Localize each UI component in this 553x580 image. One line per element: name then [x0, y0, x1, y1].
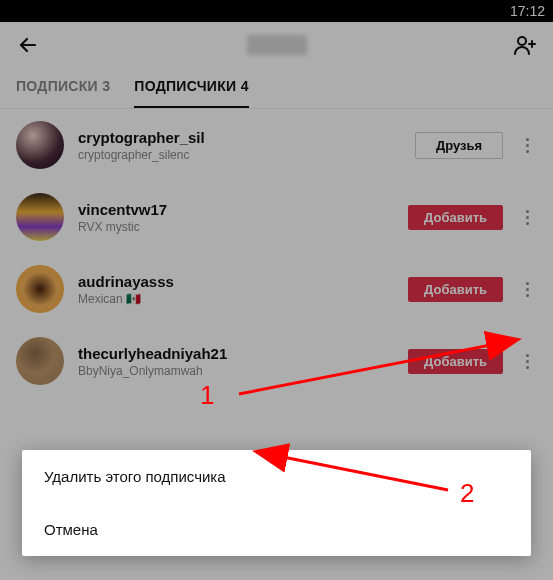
bottom-sheet: Удалить этого подписчика Отмена [22, 450, 531, 556]
cancel-button[interactable]: Отмена [22, 503, 531, 556]
remove-follower-button[interactable]: Удалить этого подписчика [22, 450, 531, 503]
